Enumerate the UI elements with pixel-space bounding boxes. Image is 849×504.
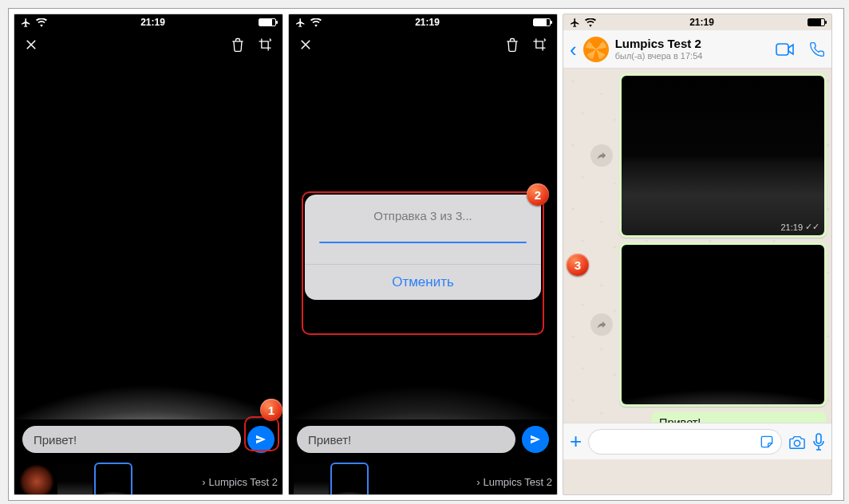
video-call-icon[interactable] (776, 41, 795, 57)
wifi-icon (585, 18, 596, 27)
clock: 21:19 (689, 17, 714, 28)
check-icon: ✓✓ (805, 222, 819, 232)
thumb-2[interactable] (57, 464, 93, 495)
caption-input[interactable]: Привет! (297, 426, 515, 453)
thumb-1[interactable] (19, 464, 54, 495)
back-icon[interactable]: ‹ (570, 39, 577, 60)
status-bar: 21:19 (289, 14, 557, 30)
airplane-icon (570, 18, 580, 28)
callout-badge-3: 3 (567, 254, 589, 276)
caption-row: Привет! (14, 419, 282, 459)
caption-value: Привет! (308, 433, 351, 447)
thumb-2[interactable] (294, 464, 329, 495)
send-button[interactable] (522, 426, 549, 453)
close-icon[interactable] (24, 37, 38, 52)
crop-rotate-icon[interactable] (531, 37, 547, 53)
callout-badge-1: 1 (260, 399, 282, 421)
msg-time: 21:19 (780, 222, 803, 232)
trash-icon[interactable] (230, 37, 246, 53)
thumbnail-strip: › Lumpics Test 2 (289, 459, 557, 495)
battery-icon (808, 18, 825, 26)
wifi-icon (36, 18, 47, 27)
phone-3: 21:19 ‹ Lumpics Test 2 был(-а) вчера в 1… (563, 14, 832, 495)
photo-preview (14, 59, 282, 419)
image-message-1[interactable]: 21:19✓✓ (619, 73, 827, 238)
crop-rotate-icon[interactable] (257, 37, 273, 53)
editor-topbar (14, 30, 282, 59)
thumb-3-selected[interactable] (332, 464, 367, 495)
chevron-right-icon: › (202, 476, 205, 488)
last-seen: был(-а) вчера в 17:54 (615, 51, 703, 61)
thumbnail-strip: › Lumpics Test 2 (14, 459, 282, 495)
forward-icon[interactable] (590, 144, 613, 167)
status-bar: 21:19 (563, 14, 831, 30)
send-button[interactable] (247, 426, 274, 453)
airplane-icon (295, 18, 306, 28)
chat-input-bar: + (563, 423, 831, 459)
svg-point-1 (794, 440, 800, 446)
status-bar: 21:19 (14, 14, 282, 30)
battery-icon (533, 18, 551, 26)
voice-call-icon[interactable] (809, 41, 825, 57)
phone-2: 21:19 Привет! › Lumpics Test 2 (288, 14, 558, 495)
caption-input[interactable]: Привет! (22, 426, 241, 453)
contact-name[interactable]: Lumpics Test 2 (615, 37, 703, 51)
tutorial-frame: 21:19 Привет! › Lumpics Test 2 (8, 8, 844, 501)
callout-badge-2: 2 (527, 183, 549, 206)
trash-icon[interactable] (504, 37, 520, 53)
message-input[interactable] (588, 429, 782, 455)
battery-icon (259, 18, 276, 26)
image-message-2[interactable] (619, 242, 827, 407)
recipient-label[interactable]: › Lumpics Test 2 (476, 476, 552, 488)
svg-rect-2 (816, 434, 821, 443)
editor-topbar (289, 30, 557, 59)
chat-body[interactable]: 21:19✓✓ Привет! 21:19 ✓✓ + (563, 69, 831, 459)
camera-icon[interactable] (788, 434, 806, 450)
message-image: 21:19✓✓ (622, 76, 824, 235)
dialog-title: Отправка 3 из 3... (305, 195, 541, 242)
thumb-3-selected[interactable] (96, 464, 131, 495)
mic-icon[interactable] (812, 433, 825, 451)
forward-icon[interactable] (590, 313, 613, 336)
caption-row: Привет! (289, 419, 557, 459)
svg-rect-0 (776, 44, 788, 55)
chat-header: ‹ Lumpics Test 2 был(-а) вчера в 17:54 (563, 30, 831, 69)
avatar[interactable] (583, 37, 609, 62)
clock: 21:19 (140, 17, 165, 28)
close-icon[interactable] (298, 37, 313, 52)
wifi-icon (310, 18, 322, 27)
phone-1: 21:19 Привет! › Lumpics Test 2 (14, 14, 283, 495)
sticker-icon[interactable] (759, 434, 775, 450)
message-image (622, 245, 824, 404)
attach-icon[interactable]: + (570, 429, 582, 454)
clock: 21:19 (415, 17, 440, 28)
dialog-cancel-button[interactable]: Отменить (305, 265, 541, 300)
recipient-label[interactable]: › Lumpics Test 2 (202, 476, 278, 488)
caption-value: Привет! (34, 433, 77, 447)
sending-dialog: Отправка 3 из 3... Отменить (305, 195, 541, 300)
airplane-icon (21, 18, 31, 28)
chevron-right-icon: › (476, 476, 480, 488)
